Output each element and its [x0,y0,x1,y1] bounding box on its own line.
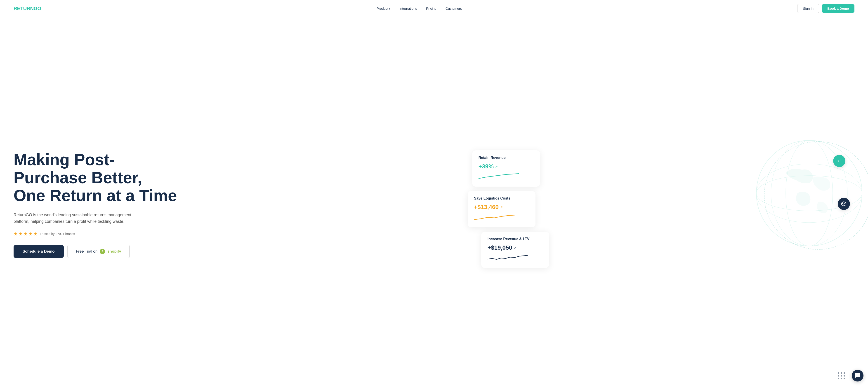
hero-left: Making Post- Purchase Better, One Return… [13,151,451,258]
dot [838,378,839,379]
logistics-title: Save Logistics Costs [474,197,529,201]
navbar: RETURNGO Product Integrations Pricing Cu… [0,0,868,17]
logistics-sparkline [474,213,515,221]
chat-icon [855,373,861,379]
logo[interactable]: RETURNGO [13,6,41,11]
hero-title-line1: Making Post- [13,150,115,169]
float-icon-box [838,198,850,210]
nav-actions: Sign In Book a Demo [797,4,855,13]
signin-button[interactable]: Sign In [797,4,819,13]
logistics-arrow: ↗ [500,205,503,209]
nav-link-pricing[interactable]: Pricing [426,6,436,10]
nav-link-product[interactable]: Product [377,6,391,10]
svg-point-0 [756,140,862,246]
dot [844,378,845,379]
hero-section: Making Post- Purchase Better, One Return… [0,17,868,386]
revenue-value: +$19,050 [488,244,512,251]
star-4: ★ [29,231,33,237]
star-1: ★ [13,231,18,237]
hero-buttons: Schedule a Demo Free Trial on S shopify [13,245,451,258]
hero-right: ↩ Retain Revenue +39% ↗ Save Logistics C… [468,148,855,261]
star-3: ★ [24,231,28,237]
revenue-title: Increase Revenue & LTV [488,237,543,241]
book-demo-button[interactable]: Book a Demo [822,4,855,13]
retain-arrow: ↗ [495,165,498,168]
dot [841,375,842,377]
star-5: ★ [33,231,37,237]
star-rating: ★ ★ ★ ★ ★ [13,231,37,237]
dot [838,372,839,374]
float-icon-return: ↩ [833,155,845,167]
metric-card-retain: Retain Revenue +39% ↗ [472,150,540,187]
retain-value: +39% [478,163,494,170]
nav-links: Product Integrations Pricing Customers [377,6,462,11]
dots-grid-decoration [838,372,845,379]
logo-text-part2: GO [34,6,41,11]
metric-card-logistics: Save Logistics Costs +$13,460 ↗ [468,191,535,227]
hero-title: Making Post- Purchase Better, One Return… [13,151,451,205]
dot [841,372,842,374]
trial-platform: shopify [107,249,121,254]
free-trial-button[interactable]: Free Trial on S shopify [67,245,130,258]
chat-button[interactable] [852,370,864,382]
dot [844,375,845,377]
svg-point-1 [786,140,833,246]
nav-link-customers[interactable]: Customers [445,6,462,10]
box-icon [841,201,847,207]
hero-subtitle: ReturnGO is the world's leading sustaina… [13,212,145,225]
revenue-arrow: ↗ [514,246,516,250]
logo-text-part1: RETURN [13,6,34,11]
dot [838,375,839,377]
retain-title: Retain Revenue [478,156,534,160]
dot [841,378,842,379]
globe-background [750,135,868,252]
retain-sparkline [478,172,519,180]
trust-text: Trusted by 2700+ brands [40,232,75,236]
hero-title-line2: Purchase Better, [13,169,142,187]
logistics-value: +$13,460 [474,204,499,211]
hero-title-line3: One Return at a Time [13,186,177,205]
revenue-sparkline [488,253,528,261]
dot [844,372,845,374]
metric-card-revenue: Increase Revenue & LTV +$19,050 ↗ [481,232,549,268]
trial-prefix: Free Trial on [76,249,97,254]
trust-row: ★ ★ ★ ★ ★ Trusted by 2700+ brands [13,231,451,237]
star-2: ★ [19,231,23,237]
shopify-icon: S [100,249,105,254]
nav-link-integrations[interactable]: Integrations [399,6,417,10]
schedule-demo-button[interactable]: Schedule a Demo [13,245,64,258]
